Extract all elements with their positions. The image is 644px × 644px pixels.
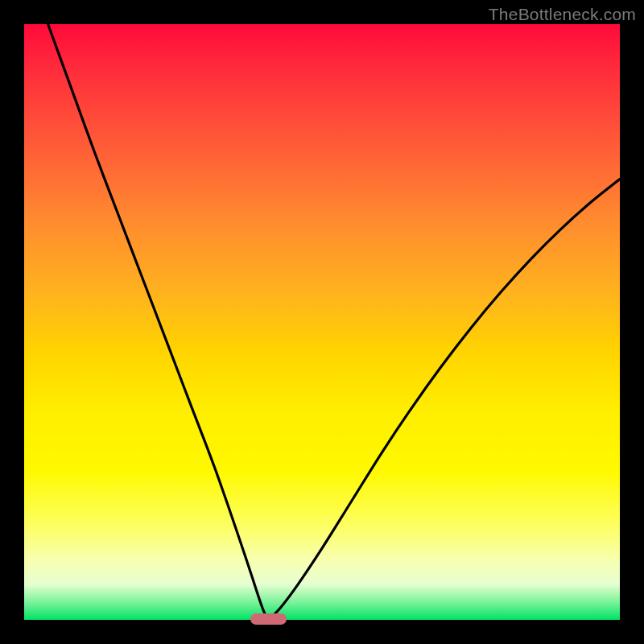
curve-left [48, 24, 269, 620]
chart-frame: TheBottleneck.com [0, 0, 644, 644]
minimum-marker [250, 613, 286, 625]
plot-area [24, 24, 620, 620]
curve-right [268, 179, 620, 620]
watermark-text: TheBottleneck.com [489, 5, 636, 24]
curve-svg [24, 24, 620, 620]
